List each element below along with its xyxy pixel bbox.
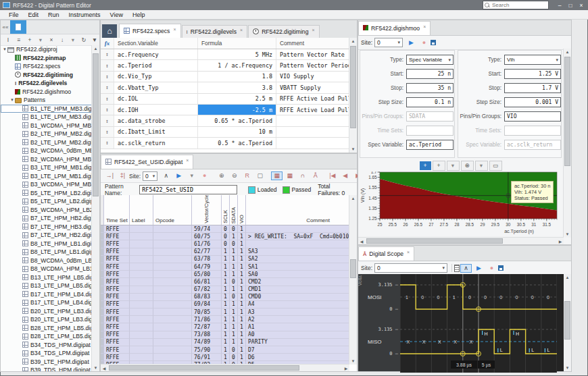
caret-icon[interactable]: ▾ — [447, 161, 460, 171]
specs-row[interactable]: ↕ac.data_strobe0.65 * ac.Tperiod — [101, 115, 349, 126]
timeset-cell[interactable]: RFFE — [104, 286, 130, 294]
eye-icon[interactable]: Å — [310, 171, 321, 180]
tree-item[interactable]: B7_LTE_LPM_HB2.digipat — [1, 231, 92, 240]
field-input[interactable]: 35 n — [406, 83, 454, 93]
timeset-cell[interactable]: RFFE — [104, 248, 130, 256]
tree-item[interactable]: B3_LTE_HPM_MB1.digipat — [1, 163, 92, 172]
caret-icon[interactable]: ▾ — [186, 171, 197, 180]
pattern-row[interactable]: RFFE60/75011> REG_WRITE: SA=0xF Cmd=0b01… — [101, 233, 349, 240]
pattern-row[interactable]: RFFE70/85111A3 — [101, 308, 349, 316]
timeset-cell[interactable]: RFFE — [104, 240, 130, 248]
opcode-cell[interactable] — [153, 271, 192, 278]
scroll-up-icon[interactable]: ▲ — [564, 274, 571, 281]
vector-cell[interactable]: 69/84 — [192, 301, 222, 308]
sdata-cell[interactable]: 0 — [230, 354, 238, 361]
sdata-cell[interactable]: 1 — [230, 248, 238, 256]
label-cell[interactable] — [130, 271, 153, 278]
menu-instruments[interactable]: Instruments — [64, 11, 105, 18]
sclk-cell[interactable]: 1 — [222, 323, 230, 331]
timeset-cell[interactable]: RFFE — [104, 301, 130, 308]
specs-row[interactable]: ↕ac.Frequency5 MHzPattern Vector Rate — [101, 49, 349, 60]
tab-close-icon[interactable]: × — [240, 28, 243, 32]
timeset-cell[interactable]: RFFE — [104, 316, 130, 323]
timeset-cell[interactable]: RFFE — [104, 339, 130, 346]
pattern-row[interactable]: RFFE67/82111CMD1 — [101, 286, 349, 294]
vector-cell[interactable]: 67/82 — [192, 286, 222, 294]
opcode-cell[interactable] — [153, 256, 192, 263]
sclk-cell[interactable]: 1 — [222, 339, 230, 346]
timeset-cell[interactable]: RFFE — [104, 263, 130, 271]
label-cell[interactable] — [130, 308, 153, 316]
vio-cell[interactable]: 1 — [238, 294, 246, 301]
tab-rf5422-digilevels[interactable]: IRF5422.digilevels× — [182, 25, 248, 38]
label-cell[interactable] — [130, 225, 153, 233]
sdata-cell[interactable]: 1 — [230, 301, 238, 308]
tree-item[interactable]: B7_LTE_HPM_HB2.digipat — [1, 214, 92, 223]
vio-cell[interactable]: 1 — [238, 331, 246, 339]
label-cell[interactable] — [130, 354, 153, 361]
label-cell[interactable] — [130, 346, 153, 354]
row-handle-icon[interactable]: ↕ — [101, 49, 114, 59]
tree-item[interactable]: B20_LTE_LPM_LB3.digipat — [1, 315, 92, 324]
tree-item[interactable]: B1_LTE_LPM_MB3.digipat — [1, 113, 92, 122]
tab-close-icon[interactable]: × — [186, 158, 189, 163]
tree-item[interactable]: B7_LTE_HPM_HB3.digipat — [1, 223, 92, 232]
pattern-row[interactable]: RFFE66/81101CMD2 — [101, 278, 349, 286]
vio-cell[interactable]: 1 — [238, 308, 246, 316]
vio-cell[interactable]: 1 — [238, 240, 246, 248]
vector-cell[interactable]: 60/75 — [192, 233, 222, 240]
specs-scrollbar[interactable]: ▲ ▼ — [349, 38, 357, 153]
goto-icon[interactable]: →| — [104, 171, 116, 180]
breakpoints-icon[interactable]: ‡| — [117, 171, 128, 180]
vector-cell[interactable]: 70/85 — [192, 308, 222, 316]
pattern-row[interactable]: RFFE75/90101D7 — [101, 346, 349, 354]
menu-help[interactable]: Help — [128, 11, 150, 18]
tree-item[interactable]: B13_LTE_LPM_LB5.digipat — [1, 281, 92, 290]
label-cell[interactable] — [130, 263, 153, 271]
label-cell[interactable] — [130, 301, 153, 308]
sclk-cell[interactable]: 1 — [222, 263, 230, 271]
pattern-row[interactable]: RFFE62/77111SA3 — [101, 248, 349, 256]
opcode-cell[interactable] — [153, 286, 192, 294]
tree-item[interactable]: B39_TDS_HPM.digipat — [1, 366, 92, 371]
vector-cell[interactable]: 62/77 — [192, 248, 222, 256]
sclk-cell[interactable]: 1 — [222, 248, 230, 256]
tree-item[interactable]: B13_LTE_HPM_LB5.digipat — [1, 273, 92, 282]
site-select[interactable]: 0▾ — [143, 171, 157, 181]
save-icon[interactable] — [431, 40, 436, 45]
opcode-cell[interactable] — [153, 323, 192, 331]
variable-cell[interactable]: dc.Ibatt_Limit — [114, 127, 198, 137]
filter-icon[interactable]: ▼ — [90, 36, 99, 45]
scroll-down-icon[interactable]: ▼ — [349, 146, 357, 153]
comment-cell[interactable]: D6 — [246, 354, 349, 361]
vector-cell[interactable]: 63/78 — [192, 256, 222, 263]
scroll-up-icon[interactable]: ▲ — [564, 49, 571, 55]
project-files-tab[interactable] — [10, 20, 26, 34]
comment-cell[interactable]: RFFE Active Load Pulldn — [276, 105, 349, 115]
maximize-button[interactable]: □ — [565, 2, 576, 9]
pattern-row[interactable]: RFFE73/88111A0 — [101, 331, 349, 339]
vio-cell[interactable]: 1 — [238, 286, 246, 294]
scroll-down-icon[interactable]: ▼ — [92, 365, 99, 371]
vio-cell[interactable]: 1 — [238, 271, 246, 278]
formula-cell[interactable]: 0.65 * ac.Tperiod — [198, 115, 276, 126]
sclk-cell[interactable]: 1 — [222, 331, 230, 339]
search-input[interactable] — [491, 1, 541, 9]
row-handle-icon[interactable]: ↕ — [101, 94, 114, 104]
label-cell[interactable] — [130, 233, 153, 240]
tree-item[interactable]: B28_LTE_HPM_LB5.digipat — [1, 324, 92, 333]
opcode-cell[interactable] — [153, 339, 192, 346]
tree-item[interactable]: ▼Patterns — [1, 96, 92, 105]
vector-cell[interactable]: 64/79 — [192, 263, 222, 271]
comment-cell[interactable]: RFFE Active Load Pullup — [276, 94, 349, 104]
comment-cell[interactable]: CMD1 — [246, 286, 349, 294]
comment-cell[interactable]: A4 — [246, 301, 349, 308]
vio-cell[interactable]: 1 — [238, 263, 246, 271]
comment-cell[interactable]: > REG_WRITE: SA=0xF Cmd=0b010 Re — [246, 233, 349, 240]
add-icon[interactable]: + — [25, 36, 34, 45]
timeset-cell[interactable]: RFFE — [104, 354, 130, 361]
comment-cell[interactable]: PARITY — [246, 339, 349, 346]
field-input[interactable]: Vih▾ — [504, 55, 561, 65]
refresh-icon[interactable]: ↻ — [79, 36, 89, 45]
pattern-vscrollbar[interactable]: ▲ ▼ — [349, 195, 357, 365]
